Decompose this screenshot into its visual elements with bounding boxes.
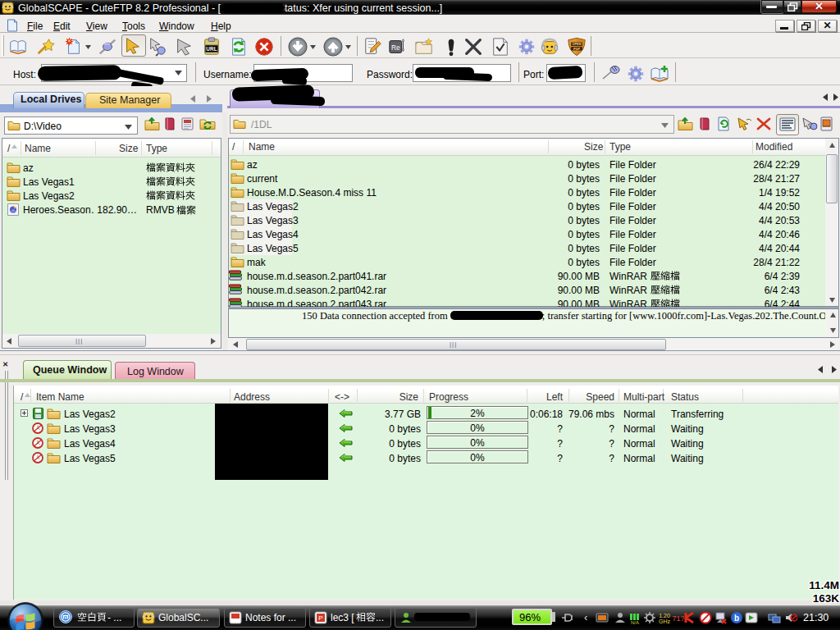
svg-text:URL: URL: [206, 46, 217, 52]
svg-text:OPEN: OPEN: [573, 42, 582, 46]
svg-text:Re: Re: [391, 43, 400, 52]
svg-text:1.20: 1.20: [659, 613, 670, 619]
svg-text:PGP: PGP: [573, 47, 581, 51]
svg-text:N/A: N/A: [631, 620, 639, 624]
svg-text:71?: 71?: [672, 614, 684, 623]
svg-text:GHz: GHz: [659, 619, 671, 624]
svg-text:b: b: [734, 614, 739, 623]
svg-text:P: P: [318, 614, 322, 622]
